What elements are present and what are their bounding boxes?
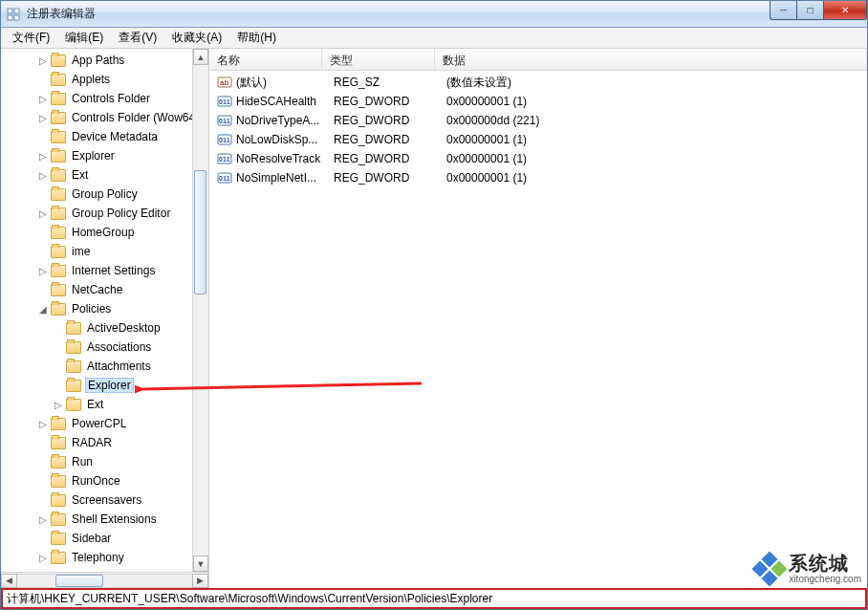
- value-name: (默认): [236, 75, 334, 91]
- tree-item-label: Associations: [85, 340, 153, 354]
- tree-item[interactable]: ime: [1, 242, 208, 261]
- tree[interactable]: ▷App PathsApplets▷Controls Folder▷Contro…: [1, 49, 208, 572]
- scroll-left-icon[interactable]: ◀: [1, 574, 17, 588]
- tree-item-label: ime: [70, 245, 92, 258]
- scroll-down-icon[interactable]: ▼: [193, 556, 208, 572]
- tree-item[interactable]: Explorer: [1, 376, 208, 395]
- expand-icon[interactable]: [37, 227, 49, 238]
- value-row[interactable]: 011NoLowDiskSp...REG_DWORD0x00000001 (1): [209, 130, 867, 149]
- tree-item[interactable]: RADAR: [1, 433, 208, 452]
- col-name[interactable]: 名称: [209, 49, 322, 70]
- menu-favorites[interactable]: 收藏夹(A): [164, 27, 229, 49]
- scroll-track[interactable]: [17, 574, 192, 588]
- tree-item[interactable]: Attachments: [1, 357, 208, 376]
- value-list[interactable]: ab(默认)REG_SZ(数值未设置)011HideSCAHealthREG_D…: [209, 71, 867, 588]
- expand-icon[interactable]: [37, 533, 49, 544]
- col-data[interactable]: 数据: [435, 49, 867, 70]
- folder-icon: [51, 246, 66, 258]
- tree-item[interactable]: ▷App Paths: [1, 51, 208, 70]
- tree-vscrollbar[interactable]: ▲ ▼: [192, 49, 208, 572]
- expand-icon[interactable]: [37, 494, 49, 506]
- value-row[interactable]: 011NoSimpleNetI...REG_DWORD0x00000001 (1…: [209, 168, 867, 187]
- tree-item[interactable]: ▷Ext: [1, 165, 208, 185]
- expand-icon[interactable]: ▷: [37, 169, 49, 181]
- tree-item[interactable]: Run: [1, 452, 208, 471]
- expand-icon[interactable]: [53, 322, 64, 334]
- svg-text:011: 011: [219, 137, 230, 143]
- value-data: (数值未设置): [446, 75, 867, 91]
- folder-icon: [51, 150, 66, 163]
- tree-item[interactable]: ActiveDesktop: [1, 318, 208, 338]
- expand-icon[interactable]: ▷: [37, 418, 49, 429]
- value-row[interactable]: 011NoDriveTypeA...REG_DWORD0x000000dd (2…: [209, 111, 867, 130]
- expand-icon[interactable]: ▷: [37, 54, 49, 66]
- menu-view[interactable]: 查看(V): [111, 27, 164, 49]
- expand-icon[interactable]: ▷: [37, 552, 49, 563]
- tree-item[interactable]: RunOnce: [1, 471, 208, 490]
- expand-icon[interactable]: [37, 475, 49, 487]
- menu-edit[interactable]: 编辑(E): [57, 27, 111, 49]
- svg-rect-3: [14, 15, 19, 20]
- value-row[interactable]: 011NoResolveTrackREG_DWORD0x00000001 (1): [209, 149, 867, 168]
- expand-icon[interactable]: [37, 74, 49, 85]
- scroll-right-icon[interactable]: ▶: [192, 574, 208, 588]
- minimize-button[interactable]: ─: [770, 1, 796, 20]
- expand-icon[interactable]: ◢: [37, 303, 49, 315]
- scroll-track[interactable]: [193, 65, 208, 556]
- tree-item[interactable]: ▷Controls Folder (Wow64): [1, 108, 208, 127]
- titlebar[interactable]: 注册表编辑器 ─ □ ✕: [1, 1, 867, 28]
- tree-item[interactable]: ▷PowerCPL: [1, 414, 208, 433]
- expand-icon[interactable]: ▷: [37, 93, 49, 104]
- tree-hscrollbar[interactable]: ◀ ▶: [1, 572, 208, 588]
- tree-item[interactable]: Device Metadata: [1, 127, 208, 146]
- menu-help[interactable]: 帮助(H): [229, 27, 284, 49]
- tree-item-label: PowerCPL: [70, 417, 128, 430]
- close-button[interactable]: ✕: [823, 1, 867, 20]
- value-row[interactable]: 011HideSCAHealthREG_DWORD0x00000001 (1): [209, 92, 867, 111]
- tree-item-label: Run: [70, 455, 95, 468]
- tree-item[interactable]: ▷Explorer: [1, 146, 208, 165]
- expand-icon[interactable]: ▷: [37, 513, 49, 525]
- tree-item[interactable]: NetCache: [1, 280, 208, 299]
- scroll-up-icon[interactable]: ▲: [193, 49, 208, 65]
- expand-icon[interactable]: [53, 360, 64, 372]
- maximize-button[interactable]: □: [796, 1, 823, 20]
- tree-item[interactable]: ▷Shell Extensions: [1, 510, 208, 529]
- tree-item[interactable]: Screensavers: [1, 490, 208, 510]
- expand-icon[interactable]: [37, 131, 49, 142]
- expand-icon[interactable]: [53, 341, 64, 353]
- expand-icon[interactable]: ▷: [37, 207, 49, 219]
- tree-item[interactable]: Applets: [1, 70, 208, 89]
- expand-icon[interactable]: ▷: [37, 112, 49, 123]
- expand-icon[interactable]: [37, 246, 49, 257]
- expand-icon[interactable]: [37, 456, 49, 468]
- tree-item[interactable]: ▷Controls Folder: [1, 89, 208, 108]
- scroll-thumb[interactable]: [194, 170, 206, 294]
- tree-item[interactable]: ◢Policies: [1, 299, 208, 318]
- expand-icon[interactable]: [37, 437, 49, 448]
- expand-icon[interactable]: ▷: [37, 265, 49, 276]
- expand-icon[interactable]: [37, 188, 49, 200]
- folder-icon: [51, 227, 66, 239]
- expand-icon[interactable]: ▷: [53, 399, 64, 410]
- tree-item[interactable]: ▷Ext: [1, 395, 208, 414]
- expand-icon[interactable]: ▷: [37, 150, 49, 162]
- string-value-icon: ab: [217, 75, 232, 90]
- value-row[interactable]: ab(默认)REG_SZ(数值未设置): [209, 73, 867, 92]
- folder-icon: [51, 54, 66, 67]
- tree-item[interactable]: ▷Group Policy Editor: [1, 204, 208, 223]
- tree-item[interactable]: ▷Telephony: [1, 548, 208, 567]
- scroll-thumb[interactable]: [55, 575, 103, 587]
- folder-icon: [51, 131, 66, 143]
- tree-item-label: Group Policy Editor: [70, 207, 172, 220]
- menu-file[interactable]: 文件(F): [5, 27, 57, 49]
- tree-item[interactable]: Group Policy: [1, 185, 208, 204]
- col-type[interactable]: 类型: [322, 49, 435, 70]
- expand-icon[interactable]: [53, 380, 64, 391]
- expand-icon[interactable]: [37, 284, 49, 295]
- tree-item[interactable]: ▷Internet Settings: [1, 261, 208, 280]
- tree-item[interactable]: Sidebar: [1, 529, 208, 548]
- folder-icon: [51, 112, 66, 124]
- tree-item[interactable]: HomeGroup: [1, 223, 208, 242]
- tree-item[interactable]: Associations: [1, 338, 208, 357]
